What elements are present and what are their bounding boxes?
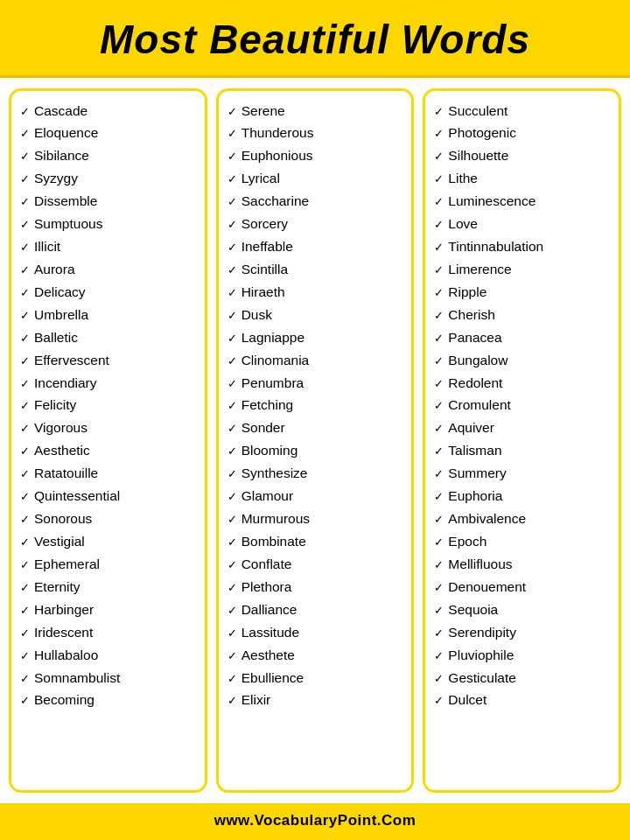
- word-label: Lithe: [448, 170, 478, 188]
- word-label: Euphonious: [242, 147, 313, 165]
- list-item: ✓Ephemeral: [20, 553, 198, 576]
- checkmark-icon: ✓: [20, 421, 30, 437]
- checkmark-icon: ✓: [20, 489, 30, 505]
- checkmark-icon: ✓: [228, 626, 237, 641]
- list-item: ✓Fetching: [228, 395, 405, 417]
- checkmark-icon: ✓: [228, 648, 237, 664]
- word-label: Sonder: [242, 419, 285, 438]
- checkmark-icon: ✓: [434, 217, 444, 233]
- list-item: ✓Elixir: [228, 690, 405, 712]
- word-label: Iridescent: [34, 624, 93, 642]
- checkmark-icon: ✓: [434, 126, 444, 142]
- checkmark-icon: ✓: [434, 376, 444, 392]
- list-item: ✓Cromulent: [434, 395, 612, 417]
- list-item: ✓Sonder: [228, 417, 405, 440]
- checkmark-icon: ✓: [20, 671, 30, 687]
- columns-area: ✓Cascade✓Eloquence✓Sibilance✓Syzygy✓Diss…: [0, 78, 630, 803]
- list-item: ✓Sibilance: [20, 145, 198, 168]
- checkmark-icon: ✓: [20, 262, 30, 278]
- list-item: ✓Cherish: [434, 304, 612, 326]
- list-item: ✓Ratatouille: [20, 463, 198, 486]
- word-label: Photogenic: [448, 124, 516, 143]
- list-item: ✓Talisman: [434, 440, 612, 463]
- word-label: Denouement: [448, 578, 526, 597]
- footer: www.VocabularyPoint.Com: [0, 803, 630, 840]
- list-item: ✓Dalliance: [228, 598, 405, 621]
- word-label: Glamour: [242, 487, 293, 506]
- word-label: Sonorous: [34, 510, 92, 528]
- list-item: ✓Murmurous: [228, 508, 405, 531]
- column-1: ✓Cascade✓Eloquence✓Sibilance✓Syzygy✓Diss…: [9, 88, 207, 793]
- list-item: ✓Eternity: [20, 576, 198, 598]
- word-label: Synthesize: [242, 465, 308, 483]
- word-label: Incendiary: [34, 374, 97, 393]
- checkmark-icon: ✓: [434, 626, 444, 641]
- checkmark-icon: ✓: [434, 398, 444, 414]
- checkmark-icon: ✓: [228, 466, 237, 482]
- checkmark-icon: ✓: [20, 648, 30, 664]
- checkmark-icon: ✓: [228, 693, 237, 709]
- word-label: Serendipity: [448, 624, 516, 642]
- checkmark-icon: ✓: [20, 217, 30, 233]
- list-item: ✓Balletic: [20, 326, 198, 349]
- list-item: ✓Glamour: [228, 486, 405, 508]
- checkmark-icon: ✓: [434, 557, 444, 573]
- word-label: Euphoria: [448, 487, 502, 506]
- list-item: ✓Serendipity: [434, 621, 612, 644]
- word-label: Blooming: [242, 442, 298, 460]
- list-item: ✓Ambivalence: [434, 508, 612, 531]
- word-label: Luminescence: [448, 192, 536, 211]
- list-item: ✓Bombinate: [228, 531, 405, 554]
- word-label: Limerence: [448, 261, 511, 279]
- checkmark-icon: ✓: [228, 398, 237, 414]
- word-label: Murmurous: [242, 510, 310, 528]
- word-label: Sorcery: [242, 215, 288, 234]
- checkmark-icon: ✓: [434, 104, 444, 120]
- list-item: ✓Aesthetic: [20, 440, 198, 463]
- checkmark-icon: ✓: [20, 194, 30, 210]
- checkmark-icon: ✓: [434, 421, 444, 437]
- list-item: ✓Illicit: [20, 236, 198, 259]
- word-label: Aesthete: [242, 647, 295, 665]
- checkmark-icon: ✓: [228, 149, 237, 164]
- word-label: Ephemeral: [34, 556, 100, 574]
- checkmark-icon: ✓: [434, 648, 444, 664]
- checkmark-icon: ✓: [434, 489, 444, 505]
- word-label: Aurora: [34, 261, 75, 279]
- checkmark-icon: ✓: [228, 535, 237, 550]
- checkmark-icon: ✓: [434, 354, 444, 369]
- checkmark-icon: ✓: [228, 512, 237, 528]
- checkmark-icon: ✓: [434, 331, 444, 346]
- checkmark-icon: ✓: [228, 421, 237, 437]
- list-item: ✓Pluviophile: [434, 644, 612, 667]
- list-item: ✓Sonorous: [20, 508, 198, 531]
- checkmark-icon: ✓: [20, 331, 30, 346]
- page-title: Most Beautiful Words: [9, 16, 621, 63]
- list-item: ✓Cascade: [20, 100, 198, 122]
- list-item: ✓Delicacy: [20, 281, 198, 304]
- list-item: ✓Lyrical: [228, 168, 405, 191]
- list-item: ✓Aquiver: [434, 417, 612, 440]
- word-label: Dalliance: [242, 601, 298, 620]
- checkmark-icon: ✓: [434, 149, 444, 164]
- word-label: Summery: [448, 465, 506, 483]
- word-label: Dulcet: [448, 691, 486, 710]
- word-label: Eloquence: [34, 124, 98, 143]
- checkmark-icon: ✓: [434, 308, 444, 324]
- list-item: ✓Love: [434, 214, 612, 236]
- checkmark-icon: ✓: [20, 557, 30, 573]
- checkmark-icon: ✓: [228, 240, 237, 256]
- checkmark-icon: ✓: [20, 354, 30, 369]
- word-label: Sequoia: [448, 601, 498, 620]
- checkmark-icon: ✓: [434, 512, 444, 528]
- word-label: Penumbra: [242, 374, 304, 393]
- word-label: Quintessential: [34, 487, 120, 506]
- word-label: Ineffable: [242, 238, 293, 256]
- word-label: Ripple: [448, 284, 486, 302]
- checkmark-icon: ✓: [20, 466, 30, 482]
- list-item: ✓Silhouette: [434, 145, 612, 168]
- word-label: Tintinnabulation: [448, 238, 543, 256]
- word-label: Cascade: [34, 102, 88, 121]
- list-item: ✓Tintinnabulation: [434, 236, 612, 259]
- checkmark-icon: ✓: [434, 240, 444, 256]
